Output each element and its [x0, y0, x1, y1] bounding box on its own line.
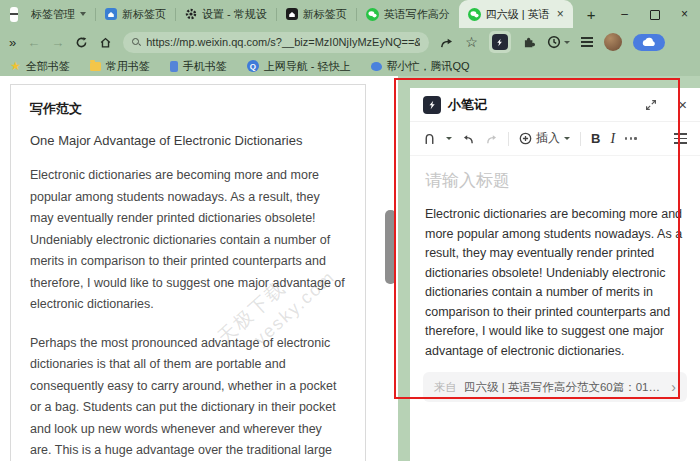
chevron-down-icon[interactable]: [446, 137, 452, 140]
chevron-down-icon: [564, 137, 570, 140]
tab-label: 新标签页: [122, 7, 166, 22]
expand-icon: [645, 99, 657, 111]
tab-manager-button[interactable]: 标签管理: [22, 0, 95, 28]
note-source-chip[interactable]: 来自 四六级 | 英语写作高分范文60篇：01（附… ›: [423, 372, 687, 402]
bookmark-label: 帮小忙，腾讯QQ: [387, 59, 470, 74]
star-icon: ★: [10, 60, 21, 72]
note-extension-button[interactable]: [489, 31, 511, 53]
browser-window: 标签管理 新标签页 设置 - 常规设 新标签页 英语写作高分 四六级 | 英语 …: [0, 0, 700, 461]
page-scrollbar-thumb[interactable]: [385, 210, 396, 284]
bookmark-qq-help[interactable]: 帮小忙，腾讯QQ: [371, 59, 470, 74]
tab-new-tab-2[interactable]: 新标签页: [277, 0, 356, 28]
history-clock-icon: [547, 35, 561, 49]
menu-button[interactable]: [581, 37, 593, 47]
bookmarks-bar: ★ 全部书签 常用书签 手机书签 Q 上网导航 - 轻快上 帮小忙，腾讯QQ: [0, 56, 700, 76]
tab-manager-label: 标签管理: [31, 7, 75, 22]
q-badge-icon: Q: [247, 60, 259, 72]
history-button[interactable]: [547, 35, 570, 49]
tab-article-list[interactable]: 英语写作高分: [357, 0, 459, 28]
note-logo-icon: [423, 96, 441, 114]
chevron-down-icon: [80, 12, 86, 16]
extensions-puzzle-icon[interactable]: [522, 35, 536, 49]
minimize-button[interactable]: –: [610, 0, 640, 28]
tab-settings[interactable]: 设置 - 常规设: [176, 0, 276, 28]
bookmark-label: 常用书签: [106, 59, 150, 74]
bookmark-nav-site[interactable]: Q 上网导航 - 轻快上: [247, 59, 351, 74]
cloud-icon: [641, 37, 657, 47]
note-panel-header: 小笔记 ×: [410, 88, 700, 122]
wechat-icon: [366, 8, 379, 21]
tab-label: 四六级 | 英语: [486, 7, 550, 22]
close-window-button[interactable]: ×: [670, 0, 700, 28]
source-label: 四六级 | 英语写作高分范文60篇：01（附…: [464, 380, 664, 395]
share-icon[interactable]: [440, 36, 454, 49]
phone-icon: [170, 61, 178, 72]
redo-button[interactable]: [485, 133, 498, 145]
tab-list-button[interactable]: [10, 7, 18, 22]
source-prefix: 来自: [434, 380, 457, 395]
tab-label: 设置 - 常规设: [202, 7, 267, 22]
refresh-button[interactable]: [75, 36, 88, 49]
note-body-editor[interactable]: Electronic dictionaries are becoming mor…: [410, 192, 700, 361]
side-panel-region: 小笔记 × 插入 B I: [398, 76, 700, 461]
qq-icon: [371, 62, 382, 71]
chevron-right-icon: ›: [671, 379, 676, 395]
panel-menu-button[interactable]: [674, 133, 687, 144]
tab-close-icon[interactable]: ×: [555, 7, 564, 21]
article-paragraph-1: Electronic dictionaries are becoming mor…: [30, 165, 346, 316]
article-container: 写作范文 One Major Advantage of Electronic D…: [10, 84, 366, 461]
bookmark-all[interactable]: ★ 全部书签: [10, 59, 70, 74]
note-title-input[interactable]: 请输入标题: [410, 156, 700, 192]
profile-avatar[interactable]: [604, 33, 622, 51]
note-panel-title: 小笔记: [448, 96, 638, 114]
home-dark-icon: [286, 8, 298, 20]
article-title: One Major Advantage of Electronic Dictio…: [30, 133, 346, 148]
maximize-button[interactable]: [640, 0, 670, 28]
article-section-title: 写作范文: [30, 100, 346, 118]
home-button[interactable]: [99, 36, 112, 49]
tab-list-icon: [10, 13, 18, 15]
toolbar-divider: [508, 132, 509, 146]
maximize-icon: [650, 10, 660, 20]
bookmark-mobile[interactable]: 手机书签: [170, 59, 227, 74]
nav-bar: » ← → https://mp.weixin.qq.com/s?__biz=M…: [0, 28, 700, 56]
close-panel-button[interactable]: ×: [678, 96, 687, 113]
bookmark-star-icon[interactable]: ☆: [465, 35, 478, 49]
extensions-overflow-button[interactable]: »: [9, 36, 16, 49]
bookmark-label: 全部书签: [26, 59, 70, 74]
expand-panel-button[interactable]: [645, 99, 657, 111]
new-tab-button[interactable]: +: [573, 6, 610, 23]
note-extension-icon: [492, 34, 508, 50]
plus-circle-icon: [519, 132, 532, 145]
note-panel: 小笔记 × 插入 B I: [410, 88, 700, 461]
back-button[interactable]: ←: [27, 36, 40, 49]
tab-label: 英语写作高分: [384, 7, 450, 22]
tab-active-article[interactable]: 四六级 | 英语 ×: [459, 0, 573, 28]
address-bar[interactable]: https://mp.weixin.qq.com/s?__biz=MzI0NjI…: [123, 32, 429, 53]
url-text[interactable]: https://mp.weixin.qq.com/s?__biz=MzI0NjI…: [146, 36, 420, 48]
search-icon: [132, 38, 140, 46]
chevron-down-icon: [564, 41, 570, 44]
bold-button[interactable]: B: [591, 131, 600, 146]
tab-strip: 标签管理 新标签页 设置 - 常规设 新标签页 英语写作高分 四六级 | 英语 …: [0, 0, 700, 28]
insert-button[interactable]: 插入: [519, 130, 570, 147]
forward-button[interactable]: →: [51, 36, 64, 49]
paragraph-style-button[interactable]: [423, 132, 436, 145]
note-toolbar: 插入 B I: [410, 122, 700, 156]
gear-icon: [185, 8, 197, 20]
bookmark-frequent[interactable]: 常用书签: [90, 59, 150, 74]
tab-label: 新标签页: [303, 7, 347, 22]
bookmark-label: 手机书签: [183, 59, 227, 74]
undo-button[interactable]: [462, 133, 475, 145]
italic-button[interactable]: I: [610, 131, 615, 147]
bookmark-label: 上网导航 - 轻快上: [264, 59, 351, 74]
insert-label: 插入: [536, 130, 560, 147]
wechat-icon: [468, 8, 481, 21]
page-viewport: 写作范文 One Major Advantage of Electronic D…: [0, 76, 398, 461]
tab-new-tab-1[interactable]: 新标签页: [96, 0, 175, 28]
more-options-button[interactable]: [625, 137, 637, 139]
home-blue-icon: [105, 8, 117, 20]
article-paragraph-2: Perhaps the most pronounced advantage of…: [30, 333, 346, 461]
sync-cloud-button[interactable]: [633, 34, 665, 51]
folder-icon: [90, 62, 101, 71]
